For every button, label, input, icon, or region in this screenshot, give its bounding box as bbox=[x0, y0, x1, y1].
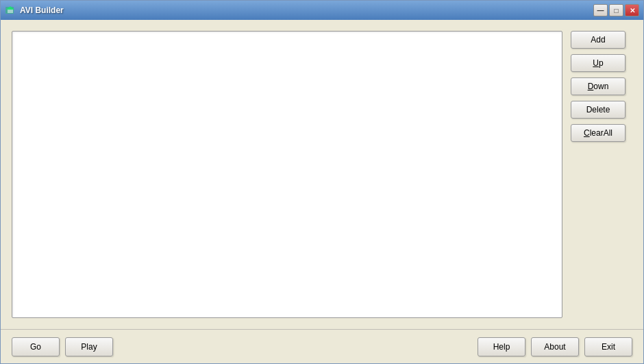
window-title: AVI Builder bbox=[20, 5, 64, 15]
up-button[interactable]: Up bbox=[571, 54, 626, 72]
add-button[interactable]: Add bbox=[571, 31, 626, 49]
maximize-button[interactable]: □ bbox=[609, 4, 623, 16]
up-button-label: Up bbox=[593, 58, 603, 68]
title-bar: AVI Builder — □ ✕ bbox=[1, 1, 643, 20]
close-button[interactable]: ✕ bbox=[625, 4, 639, 16]
about-button[interactable]: About bbox=[531, 337, 579, 356]
svg-rect-2 bbox=[8, 10, 13, 13]
app-icon bbox=[5, 5, 16, 16]
file-list[interactable] bbox=[12, 31, 562, 318]
exit-button[interactable]: Exit bbox=[584, 337, 632, 356]
go-button[interactable]: Go bbox=[12, 337, 60, 356]
minimize-button[interactable]: — bbox=[593, 4, 608, 16]
delete-button[interactable]: Delete bbox=[571, 101, 626, 119]
bottom-bar: Go Play Help About Exit bbox=[1, 329, 643, 363]
play-button[interactable]: Play bbox=[65, 337, 113, 356]
clearall-button-label: ClearAll bbox=[584, 128, 612, 138]
left-panel bbox=[12, 31, 562, 318]
title-bar-left: AVI Builder bbox=[5, 5, 64, 16]
help-button[interactable]: Help bbox=[478, 337, 525, 356]
action-buttons-panel: Add Up Down Delete ClearAll bbox=[571, 31, 632, 318]
down-button-label: Down bbox=[588, 82, 609, 91]
title-bar-controls: — □ ✕ bbox=[593, 4, 639, 16]
clearall-button[interactable]: ClearAll bbox=[571, 124, 626, 142]
main-window: AVI Builder — □ ✕ Add Up Down Delete Cle… bbox=[0, 0, 644, 364]
down-button[interactable]: Down bbox=[571, 77, 626, 95]
window-content: Add Up Down Delete ClearAll bbox=[1, 20, 643, 329]
